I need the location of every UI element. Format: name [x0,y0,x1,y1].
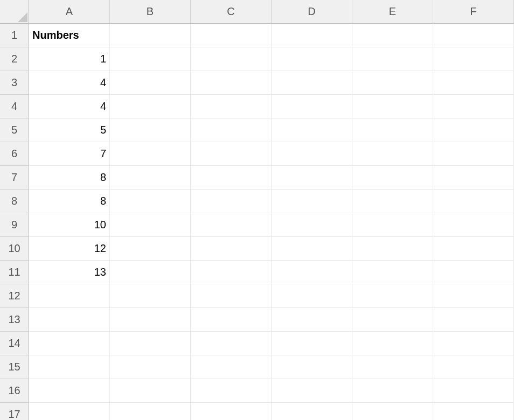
cell-E17[interactable] [352,403,433,420]
cell-F8[interactable] [433,190,514,213]
cell-B10[interactable] [110,237,191,261]
row-header-15[interactable]: 15 [0,355,29,379]
cell-F9[interactable] [433,213,514,237]
cell-E14[interactable] [352,332,433,355]
column-header-F[interactable]: F [433,0,514,24]
cell-D5[interactable] [272,118,352,142]
cell-F14[interactable] [433,332,514,355]
cell-B3[interactable] [110,71,191,95]
cell-E15[interactable] [352,355,433,379]
cell-D4[interactable] [272,95,352,118]
cell-F13[interactable] [433,308,514,332]
cell-D16[interactable] [272,379,352,403]
cell-E5[interactable] [352,118,433,142]
cell-C13[interactable] [191,308,272,332]
cell-B9[interactable] [110,213,191,237]
cell-A9[interactable]: 10 [29,213,110,237]
cell-B14[interactable] [110,332,191,355]
row-header-14[interactable]: 14 [0,332,29,355]
cell-E4[interactable] [352,95,433,118]
row-header-11[interactable]: 11 [0,261,29,284]
cell-D6[interactable] [272,142,352,166]
cell-D1[interactable] [272,24,352,47]
cell-B11[interactable] [110,261,191,284]
row-header-4[interactable]: 4 [0,95,29,118]
cell-B6[interactable] [110,142,191,166]
cell-F10[interactable] [433,237,514,261]
cell-C1[interactable] [191,24,272,47]
cell-D10[interactable] [272,237,352,261]
cell-A10[interactable]: 12 [29,237,110,261]
cell-D9[interactable] [272,213,352,237]
cell-D17[interactable] [272,403,352,420]
cell-A1[interactable]: Numbers [29,24,110,47]
column-header-D[interactable]: D [272,0,352,24]
row-header-6[interactable]: 6 [0,142,29,166]
cell-E9[interactable] [352,213,433,237]
cell-B15[interactable] [110,355,191,379]
cell-B13[interactable] [110,308,191,332]
cell-C7[interactable] [191,166,272,190]
cell-C15[interactable] [191,355,272,379]
cell-F12[interactable] [433,284,514,308]
cell-C2[interactable] [191,47,272,71]
cell-F15[interactable] [433,355,514,379]
cell-B12[interactable] [110,284,191,308]
cell-C5[interactable] [191,118,272,142]
cell-E8[interactable] [352,190,433,213]
cell-A6[interactable]: 7 [29,142,110,166]
cell-F11[interactable] [433,261,514,284]
column-header-C[interactable]: C [191,0,272,24]
cell-C3[interactable] [191,71,272,95]
cell-B17[interactable] [110,403,191,420]
cell-C17[interactable] [191,403,272,420]
cell-A17[interactable] [29,403,110,420]
cell-D15[interactable] [272,355,352,379]
cell-C11[interactable] [191,261,272,284]
cell-F7[interactable] [433,166,514,190]
cell-E10[interactable] [352,237,433,261]
row-header-8[interactable]: 8 [0,190,29,213]
cell-F2[interactable] [433,47,514,71]
row-header-12[interactable]: 12 [0,284,29,308]
cell-A16[interactable] [29,379,110,403]
column-header-B[interactable]: B [110,0,191,24]
cell-C14[interactable] [191,332,272,355]
cell-A14[interactable] [29,332,110,355]
row-header-3[interactable]: 3 [0,71,29,95]
cell-D7[interactable] [272,166,352,190]
cell-D8[interactable] [272,190,352,213]
cell-F4[interactable] [433,95,514,118]
cell-D13[interactable] [272,308,352,332]
cell-E6[interactable] [352,142,433,166]
cell-A4[interactable]: 4 [29,95,110,118]
cell-E12[interactable] [352,284,433,308]
cell-A15[interactable] [29,355,110,379]
cell-F16[interactable] [433,379,514,403]
cell-C4[interactable] [191,95,272,118]
cell-E11[interactable] [352,261,433,284]
cell-D2[interactable] [272,47,352,71]
cell-A12[interactable] [29,284,110,308]
cell-E3[interactable] [352,71,433,95]
cell-A13[interactable] [29,308,110,332]
row-header-13[interactable]: 13 [0,308,29,332]
cell-B8[interactable] [110,190,191,213]
cell-D11[interactable] [272,261,352,284]
cell-C12[interactable] [191,284,272,308]
row-header-2[interactable]: 2 [0,47,29,71]
cell-D14[interactable] [272,332,352,355]
cell-B2[interactable] [110,47,191,71]
cell-A5[interactable]: 5 [29,118,110,142]
cell-E13[interactable] [352,308,433,332]
cell-F5[interactable] [433,118,514,142]
spreadsheet-grid[interactable]: ABCDEF1Numbers21344455677888910101211131… [0,0,514,420]
cell-F17[interactable] [433,403,514,420]
cell-C8[interactable] [191,190,272,213]
row-header-7[interactable]: 7 [0,166,29,190]
cell-C16[interactable] [191,379,272,403]
cell-B4[interactable] [110,95,191,118]
row-header-16[interactable]: 16 [0,379,29,403]
cell-F1[interactable] [433,24,514,47]
cell-E2[interactable] [352,47,433,71]
